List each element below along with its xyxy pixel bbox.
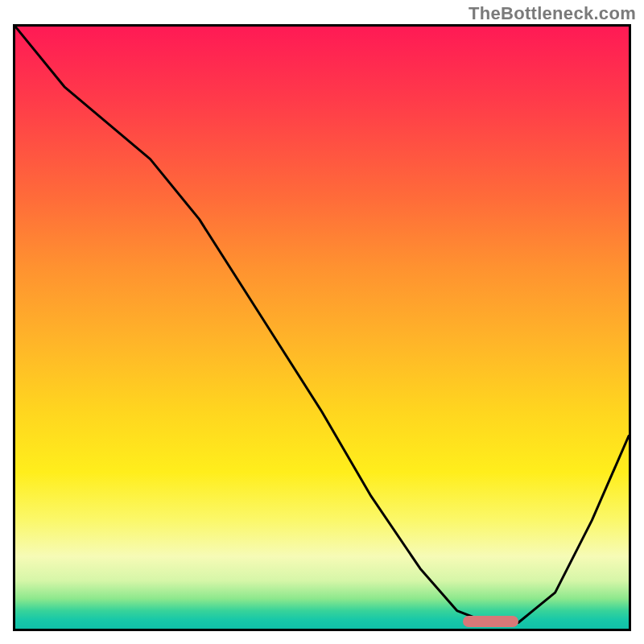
curve-path: [15, 27, 629, 623]
plot-frame: [13, 24, 631, 631]
bottleneck-curve: [15, 27, 629, 629]
attribution-text: TheBottleneck.com: [469, 3, 636, 24]
chart-stage: TheBottleneck.com: [0, 0, 644, 644]
optimal-range-marker: [463, 616, 518, 627]
